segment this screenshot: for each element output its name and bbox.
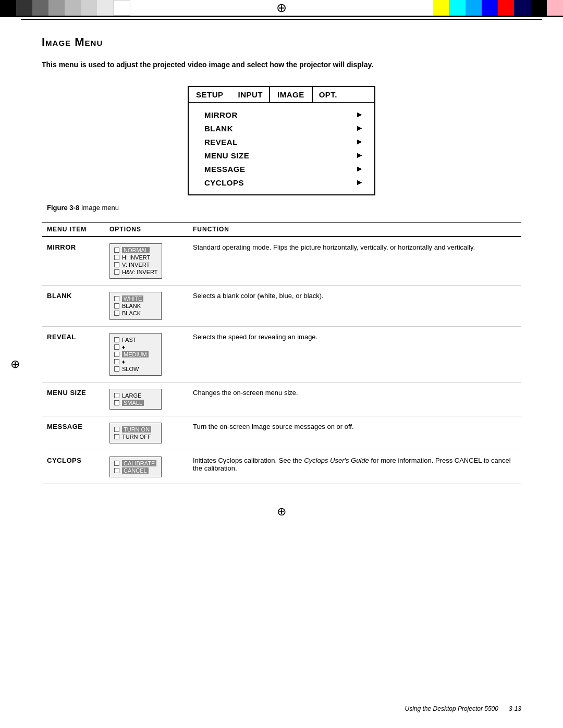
label-white: WHITE — [122, 295, 143, 302]
label-hvinvert: H&V: INVERT — [122, 269, 157, 275]
figure-caption: Figure 3-8 Image menu — [42, 204, 521, 212]
label-normal: NORMAL — [122, 247, 150, 253]
function-message: Turn the on-screen image source messages… — [188, 416, 521, 450]
menu-body: MIRROR► BLANK► REVEAL► MENU SIZE► MESSAG… — [189, 103, 374, 194]
checkbox-turnon — [114, 427, 119, 432]
swatch-r6 — [514, 0, 530, 16]
menu-item-cyclops: CYCLOPS — [42, 450, 104, 484]
options-blank: WHITE BLANK BLACK — [104, 286, 188, 327]
header-crosshair: ⊕ — [130, 1, 433, 15]
left-crosshair: ⊕ — [10, 357, 20, 371]
swatch-r3 — [466, 0, 482, 16]
label-cancel: CANCEL — [122, 467, 149, 474]
label-medium: MEDIUM — [122, 351, 149, 357]
swatch-4 — [48, 0, 65, 16]
menu-item-mirror: MIRROR — [42, 237, 104, 286]
message-widget: TURN ON TURN OFF — [109, 423, 162, 443]
menu-image: IMAGE — [269, 86, 313, 103]
cyclops-widget: CALIBRATE CANCEL — [109, 456, 162, 477]
label-calibrate: CALIBRATE — [122, 460, 156, 466]
blank-widget: WHITE BLANK BLACK — [109, 292, 162, 320]
swatch-r8 — [547, 0, 563, 16]
checkbox-normal — [114, 248, 119, 253]
checkbox-slow — [114, 366, 119, 372]
label-turnoff: TURN OFF — [122, 434, 151, 440]
menu-row-cyclops: CYCLOPS► — [204, 176, 364, 189]
checkbox-calibrate — [114, 461, 119, 466]
footer-page-number: 3-13 — [509, 705, 521, 712]
page-title: Image Menu — [42, 35, 521, 49]
options-menusize: LARGE SMALL — [104, 382, 188, 416]
label-small: SMALL — [122, 400, 144, 406]
table-row: BLANK WHITE BLANK BLACK — [42, 286, 521, 327]
checkbox-hinvert — [114, 255, 119, 260]
menu-box: SETUP INPUT IMAGE OPT. MIRROR► BLANK► RE… — [188, 86, 375, 195]
checkbox-medium-post — [114, 359, 119, 364]
label-diamond1: ♦ — [122, 344, 125, 350]
options-mirror: NORMAL H: INVERT V: INVERT H&V: INV — [104, 237, 188, 286]
reveal-widget: FAST ♦ MEDIUM ♦ — [109, 333, 162, 376]
header-color-bar: ⊕ — [0, 0, 563, 16]
checkbox-black — [114, 311, 119, 316]
menu-item-menusize: MENU SIZE — [42, 382, 104, 416]
bottom-crosshair: ⊕ — [42, 505, 521, 519]
swatch-r4 — [482, 0, 498, 16]
footer-text: Using the Desktop Projector 5500 — [405, 705, 498, 712]
label-fast: FAST — [122, 337, 137, 343]
checkbox-vinvert — [114, 262, 119, 267]
swatch-7 — [97, 0, 113, 16]
label-diamond2: ♦ — [122, 359, 125, 365]
checkbox-large — [114, 393, 119, 398]
function-menusize: Changes the on-screen menu size. — [188, 382, 521, 416]
checkbox-blank — [114, 303, 119, 309]
label-hinvert: H: INVERT — [122, 254, 150, 261]
mirror-widget: NORMAL H: INVERT V: INVERT H&V: INV — [109, 243, 162, 279]
swatch-r5 — [498, 0, 514, 16]
info-table: MENU ITEM OPTIONS FUNCTION MIRROR NORMAL — [42, 222, 521, 484]
swatch-r2 — [449, 0, 465, 16]
menu-header: SETUP INPUT IMAGE OPT. — [189, 87, 374, 103]
table-row: MIRROR NORMAL H: INVERT V: I — [42, 237, 521, 286]
menu-item-reveal: REVEAL — [42, 327, 104, 382]
menu-row-reveal: REVEAL► — [204, 135, 364, 149]
swatch-3 — [32, 0, 48, 16]
options-cyclops: CALIBRATE CANCEL — [104, 450, 188, 484]
checkbox-medium-pre — [114, 344, 119, 350]
menu-opt: OPT. — [312, 87, 345, 102]
col-function: FUNCTION — [188, 223, 521, 237]
function-blank: Selects a blank color (white, blue, or b… — [188, 286, 521, 327]
table-row: MENU SIZE LARGE SMALL Changes the on-scr… — [42, 382, 521, 416]
menu-row-menusize: MENU SIZE► — [204, 149, 364, 162]
checkbox-fast — [114, 337, 119, 342]
checkbox-hvinvert — [114, 269, 119, 275]
label-turnon: TURN ON — [122, 426, 151, 433]
label-blank: BLANK — [122, 303, 141, 309]
checkbox-white — [114, 296, 119, 301]
table-row: REVEAL FAST ♦ MEDIUM — [42, 327, 521, 382]
swatch-8 — [113, 0, 130, 16]
checkbox-small — [114, 400, 119, 405]
right-swatch-group — [433, 0, 563, 16]
table-header-row: MENU ITEM OPTIONS FUNCTION — [42, 223, 521, 237]
menu-row-message: MESSAGE► — [204, 162, 364, 176]
table-row: MESSAGE TURN ON TURN OFF Turn the on-scr… — [42, 416, 521, 450]
swatch-r1 — [433, 0, 449, 16]
checkbox-medium — [114, 352, 119, 357]
col-options: OPTIONS — [104, 223, 188, 237]
swatch-1 — [0, 0, 16, 16]
label-slow: SLOW — [122, 366, 139, 372]
menu-row-mirror: MIRROR► — [204, 108, 364, 121]
swatch-5 — [65, 0, 81, 16]
intro-paragraph: This menu is used to adjust the projecte… — [42, 59, 521, 70]
function-reveal: Selects the speed for revealing an image… — [188, 327, 521, 382]
page-content: Image Menu This menu is used to adjust t… — [0, 20, 563, 550]
swatch-2 — [16, 0, 32, 16]
label-large: LARGE — [122, 392, 141, 399]
menu-input: INPUT — [231, 87, 271, 102]
menu-item-blank: BLANK — [42, 286, 104, 327]
function-mirror: Standard operating mode. Flips the pictu… — [188, 237, 521, 286]
label-black: BLACK — [122, 310, 141, 316]
table-row: CYCLOPS CALIBRATE CANCEL Initia — [42, 450, 521, 484]
col-menu-item: MENU ITEM — [42, 223, 104, 237]
swatch-6 — [81, 0, 97, 16]
